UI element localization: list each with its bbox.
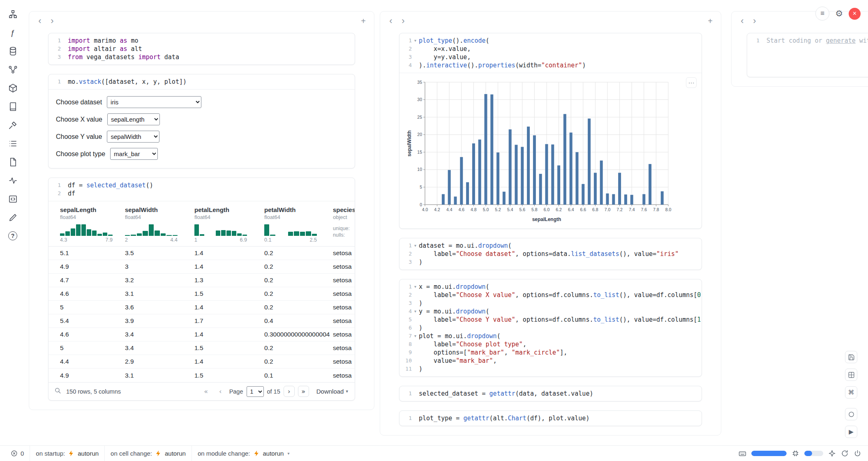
tracing-button[interactable] [5, 173, 20, 188]
search-icon[interactable] [54, 387, 61, 396]
shutdown-button[interactable]: × [849, 8, 861, 20]
restart-button[interactable] [841, 449, 849, 457]
dataset-select[interactable]: iris [107, 96, 201, 108]
add-cell-button[interactable]: + [704, 15, 716, 27]
fold-chevron-icon[interactable]: ▾ [412, 37, 419, 45]
cell-selected-dataset[interactable]: 1selected_dataset = getattr(data, datase… [399, 386, 702, 401]
layout-button[interactable] [845, 369, 857, 381]
column-prev-button[interactable]: ‹ [736, 15, 748, 27]
data-sources-button[interactable] [5, 44, 20, 58]
memory-meter[interactable] [751, 451, 787, 456]
fold-chevron-icon[interactable]: ▾ [412, 307, 419, 316]
cell-empty[interactable]: 1 Start coding or generate with AI [747, 33, 868, 77]
cell-imports[interactable]: 1import marimo as mo2import altair as al… [48, 33, 355, 65]
file-explorer-button[interactable] [5, 7, 20, 21]
column-prev-button[interactable]: ‹ [34, 15, 46, 27]
on-startup-setting[interactable]: on startup: autorun [30, 446, 104, 461]
errors-indicator[interactable]: 0 [5, 446, 30, 461]
on-module-change-setting[interactable]: on module change: autorun ▾ [192, 446, 295, 461]
fold-gutter [61, 45, 68, 53]
cell-dataframe[interactable]: 1df = selected_dataset()2df sepalLengthf… [48, 177, 355, 401]
table-column-header[interactable]: speciesobjectunique:nulls: [333, 206, 355, 243]
code-editor[interactable]: 1▾dataset = mo.ui.dropdown(2 label="Choo… [399, 238, 702, 270]
save-button[interactable] [845, 351, 857, 363]
chart-menu-button[interactable]: ⋯ [686, 77, 697, 88]
column-next-button[interactable]: › [749, 15, 760, 27]
add-cell-button[interactable]: + [358, 15, 369, 27]
snippets-button[interactable] [5, 191, 20, 206]
code-text: plot_type().encode( [419, 37, 489, 45]
hist-bar [155, 230, 159, 236]
column-next-button[interactable]: › [46, 15, 58, 27]
code-editor[interactable]: 1import marimo as mo2import altair as al… [48, 33, 355, 65]
cell-plot[interactable]: 1▾plot_type().encode(2 x=x.value,3 y=y.v… [399, 33, 702, 229]
status-button[interactable] [845, 408, 857, 420]
table-row[interactable]: 4.931.40.2setosa [48, 260, 355, 274]
cell-plot-type[interactable]: 1plot_type = getattr(alt.Chart(df), plot… [399, 410, 702, 426]
download-button[interactable]: Download▾ [316, 388, 348, 395]
cell-xy-plot-dropdowns[interactable]: 1▾x = mo.ui.dropdown(2 label="Choose X v… [399, 279, 702, 377]
x-value-select[interactable]: sepalLength [107, 113, 160, 125]
run-all-button[interactable]: ▶ [845, 426, 857, 438]
fold-chevron-icon[interactable]: ▾ [412, 283, 419, 291]
page-select[interactable]: 1 [247, 386, 264, 397]
table-row[interactable]: 4.93.11.50.1setosa [48, 369, 355, 382]
menu-button[interactable]: ≡ [815, 7, 829, 21]
on-cell-change-setting[interactable]: on cell change: autorun [104, 446, 192, 461]
table-row[interactable]: 53.61.40.2setosa [48, 301, 355, 314]
prev-page-button[interactable]: ‹ [215, 386, 226, 397]
fold-chevron-icon[interactable]: ▾ [412, 332, 419, 340]
packages-button[interactable] [5, 81, 20, 95]
table-column-header[interactable]: sepalLengthfloat644.37.9 [60, 206, 125, 243]
error-count: 0 [21, 450, 24, 457]
connection-button[interactable] [854, 449, 861, 457]
fold-chevron-icon[interactable]: ▾ [412, 242, 419, 250]
files-button[interactable] [5, 154, 20, 169]
y-value-select[interactable]: sepalWidth [107, 131, 159, 143]
code-editor[interactable]: 1df = selected_dataset()2df [48, 178, 355, 201]
outline-button[interactable] [5, 136, 20, 151]
documentation-button[interactable] [5, 99, 20, 114]
code-editor[interactable]: 1 Start coding or generate with AI [747, 33, 868, 77]
memory-meter-fill [751, 451, 787, 456]
keyboard-button[interactable] [739, 449, 746, 457]
plot-type-select[interactable]: mark_bar [110, 148, 158, 160]
ai-button[interactable] [828, 449, 836, 457]
help-button[interactable]: ? [5, 228, 20, 243]
variables-button[interactable]: ƒ [5, 25, 20, 40]
column-next-button[interactable]: › [397, 15, 409, 27]
next-page-button[interactable]: › [284, 386, 295, 397]
table-row[interactable]: 4.42.91.40.2setosa [48, 355, 355, 369]
table-row[interactable]: 4.63.11.50.2setosa [48, 287, 355, 301]
code-editor[interactable]: 1▾x = mo.ui.dropdown(2 label="Choose X v… [399, 279, 702, 376]
scratchpad-button[interactable] [5, 210, 20, 225]
table-row[interactable]: 53.41.50.2setosa [48, 341, 355, 355]
table-row[interactable]: 5.13.51.40.2setosa [48, 247, 355, 260]
dependencies-button[interactable] [5, 62, 20, 77]
table-column-header[interactable]: petalWidthfloat640.12.5 [264, 206, 333, 243]
code-editor[interactable]: 1mo.vstack([dataset, x, y, plot]) [48, 74, 355, 89]
cpu-meter[interactable] [804, 451, 823, 456]
last-page-button[interactable]: » [298, 386, 309, 397]
generate-link[interactable]: generate [826, 37, 856, 44]
table-row[interactable]: 4.73.21.30.2setosa [48, 274, 355, 287]
cell-vstack[interactable]: 1mo.vstack([dataset, x, y, plot]) Choose… [48, 74, 355, 168]
table-column-header[interactable]: sepalWidthfloat6424.4 [125, 206, 194, 243]
code-editor[interactable]: 1selected_dataset = getattr(data, datase… [399, 386, 702, 401]
plot-svg[interactable]: 4.04.24.44.64.85.05.25.45.65.86.06.26.46… [406, 77, 672, 224]
table-row[interactable]: 5.43.91.70.4setosa [48, 314, 355, 328]
code-editor[interactable]: 1plot_type = getattr(alt.Chart(df), plot… [399, 411, 702, 426]
circle-icon [848, 411, 855, 418]
code-editor[interactable]: 1▾plot_type().encode(2 x=x.value,3 y=y.v… [399, 33, 702, 73]
logs-button[interactable] [5, 118, 20, 132]
code-line: 1mo.vstack([dataset, x, y, plot]) [48, 78, 355, 86]
first-page-button[interactable]: « [201, 386, 212, 397]
settings-button[interactable]: ⚙ [835, 9, 843, 18]
table-cell: 3.1 [125, 372, 194, 379]
bars [442, 94, 664, 205]
cell-dataset-dropdown[interactable]: 1▾dataset = mo.ui.dropdown(2 label="Choo… [399, 238, 702, 270]
column-prev-button[interactable]: ‹ [385, 15, 397, 27]
shortcuts-button[interactable]: ⌘ [845, 386, 857, 399]
table-row[interactable]: 4.63.41.40.30000000000000004setosa [48, 328, 355, 341]
table-column-header[interactable]: petalLengthfloat6416.9 [194, 206, 264, 243]
